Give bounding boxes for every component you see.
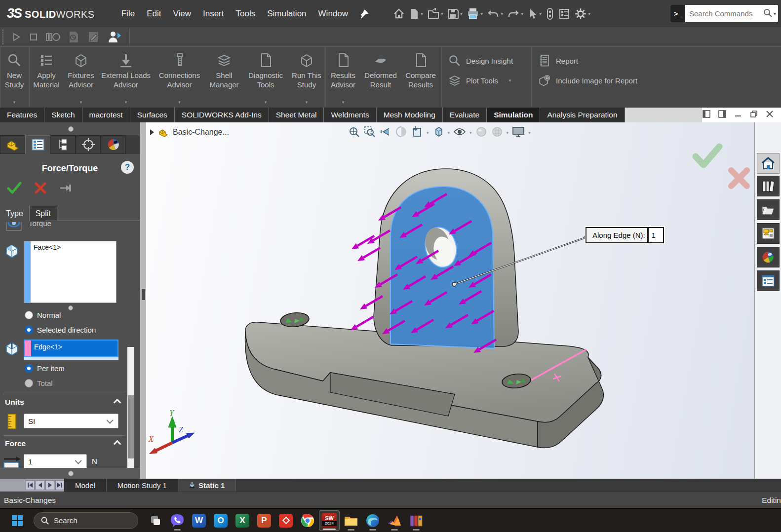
- callout-value-input[interactable]: 1: [647, 227, 664, 243]
- splitter-grip[interactable]: [142, 289, 145, 300]
- tab-static-1[interactable]: Static 1: [178, 479, 236, 492]
- keep-visible-pin-button[interactable]: [59, 183, 73, 195]
- units-section-header[interactable]: Units: [5, 398, 24, 407]
- menu-view[interactable]: View: [167, 5, 197, 23]
- force-section-header[interactable]: Force: [5, 439, 26, 448]
- listbox-resize-handle[interactable]: [68, 305, 73, 310]
- save-button[interactable]: ▾: [446, 6, 464, 22]
- new-document-button[interactable]: ▾: [407, 6, 425, 22]
- next-tab-button[interactable]: [45, 480, 54, 490]
- design-insight-button[interactable]: Design Insight: [447, 53, 526, 68]
- menu-window[interactable]: Window: [312, 5, 354, 23]
- include-image-for-report-button[interactable]: Include Image for Report: [537, 73, 659, 88]
- search-dropdown-caret[interactable]: ▾: [774, 11, 776, 16]
- tab-type[interactable]: Type: [0, 206, 29, 221]
- tab-solidworks-addins[interactable]: SOLIDWORKS Add-Ins: [175, 108, 269, 122]
- tab-model[interactable]: Model: [64, 479, 107, 492]
- graphics-viewport[interactable]: Y X Z Basic-Change...: [146, 122, 754, 479]
- previous-view-icon[interactable]: [379, 125, 392, 140]
- menu-simulation[interactable]: Simulation: [261, 5, 312, 23]
- powerpoint-icon[interactable]: P: [254, 510, 274, 531]
- tab-evaluate[interactable]: Evaluate: [443, 108, 487, 122]
- first-tab-button[interactable]: [26, 480, 35, 490]
- new-macro-icon[interactable]: [67, 30, 80, 44]
- panel-viewport-splitter[interactable]: [140, 122, 146, 479]
- home-button[interactable]: [391, 6, 406, 22]
- diagnostic-tools-button[interactable]: Diagnostic Tools▾: [243, 47, 288, 108]
- redo-button[interactable]: ▾: [506, 6, 525, 22]
- tab-features[interactable]: Features: [0, 108, 44, 122]
- displaymanager-tab-icon[interactable]: [101, 135, 126, 154]
- start-button[interactable]: [7, 510, 28, 531]
- view-orientation-icon[interactable]: [411, 125, 424, 140]
- file-explorer-tab-icon[interactable]: [757, 199, 780, 220]
- taskbar-search[interactable]: Search: [34, 512, 138, 529]
- print-button[interactable]: ▾: [465, 5, 484, 22]
- tab-analysis-preparation[interactable]: Analysis Preparation: [540, 108, 625, 122]
- fixtures-advisor-button[interactable]: Fixtures Advisor▾: [64, 47, 98, 108]
- panel-scrollbar[interactable]: [127, 347, 134, 469]
- results-advisor-button[interactable]: Results Advisor▾: [325, 47, 361, 108]
- winrar-icon[interactable]: [406, 510, 427, 531]
- word-icon[interactable]: W: [189, 510, 209, 531]
- view-settings-icon[interactable]: [511, 125, 525, 140]
- custom-properties-tab-icon[interactable]: [757, 270, 780, 291]
- pane-left-icon[interactable]: [702, 110, 711, 120]
- close-icon[interactable]: [765, 110, 774, 120]
- macro-run-icon[interactable]: [11, 32, 22, 42]
- report-button[interactable]: Report: [537, 53, 659, 68]
- design-library-tab-icon[interactable]: [757, 176, 780, 196]
- selected-direction-radio-row[interactable]: Selected direction: [25, 326, 96, 334]
- pane-right-icon[interactable]: [718, 110, 727, 120]
- ok-check-button[interactable]: [7, 182, 22, 196]
- total-radio-row[interactable]: Total: [25, 379, 53, 387]
- confirm-corner[interactable]: [696, 147, 747, 186]
- new-study-button[interactable]: New Study▾: [0, 47, 29, 108]
- tab-weldments[interactable]: Weldments: [324, 108, 376, 122]
- tab-sketch[interactable]: Sketch: [44, 108, 82, 122]
- featuremanager-tab-icon[interactable]: [0, 135, 25, 154]
- edge-selection-value[interactable]: Edge<1>: [31, 341, 117, 356]
- face-selection-listbox[interactable]: Face<1>: [24, 241, 117, 303]
- per-item-radio-row[interactable]: Per item: [25, 364, 65, 373]
- normal-radio[interactable]: [25, 311, 33, 319]
- matlab-icon[interactable]: [384, 510, 405, 531]
- user-session-icon[interactable]: [107, 30, 121, 44]
- cancel-x-button[interactable]: [35, 182, 46, 196]
- minimize-icon[interactable]: [734, 110, 742, 120]
- zoom-to-area-icon[interactable]: [363, 125, 376, 140]
- apply-material-button[interactable]: Apply Material: [29, 47, 64, 108]
- plot-tools-button[interactable]: Plot Tools▾: [447, 73, 526, 88]
- select-cursor-button[interactable]: ▾: [526, 6, 543, 22]
- force-value-combo[interactable]: 1: [24, 454, 87, 469]
- units-dropdown[interactable]: SI: [24, 414, 118, 428]
- tab-simulation[interactable]: Simulation: [487, 108, 540, 122]
- model-canvas[interactable]: Y X Z: [146, 122, 754, 479]
- macro-pause-icon[interactable]: [45, 32, 60, 42]
- section-view-icon[interactable]: [395, 125, 408, 140]
- red-diamond-app-icon[interactable]: [275, 510, 296, 531]
- selected-direction-radio[interactable]: [25, 326, 33, 334]
- last-tab-button[interactable]: [55, 480, 64, 490]
- touch-mode-button[interactable]: [544, 5, 556, 22]
- view-palette-tab-icon[interactable]: [757, 223, 780, 244]
- total-radio[interactable]: [25, 379, 33, 387]
- face-selection-value[interactable]: Face<1>: [31, 241, 64, 303]
- document-name[interactable]: Basic-Change...: [173, 128, 229, 137]
- panel-bottom-splitter[interactable]: [0, 468, 140, 479]
- tree-expand-icon[interactable]: [150, 129, 154, 135]
- outlook-icon[interactable]: O: [210, 510, 231, 531]
- menu-file[interactable]: File: [116, 5, 141, 23]
- edit-appearance-icon[interactable]: [475, 125, 488, 140]
- edge-icon[interactable]: [362, 510, 383, 531]
- connections-advisor-button[interactable]: Connections Advisor▾: [154, 47, 205, 108]
- toolbar-drag-handle[interactable]: [2, 30, 4, 44]
- normal-radio-row[interactable]: Normal: [25, 311, 61, 319]
- tab-split[interactable]: Split: [29, 206, 57, 221]
- propertymanager-tab-icon[interactable]: [25, 135, 50, 154]
- home-tab-icon[interactable]: [757, 153, 780, 174]
- pin-menu-icon[interactable]: [359, 9, 369, 19]
- edit-macro-icon[interactable]: [87, 30, 100, 44]
- open-document-button[interactable]: ▾: [426, 6, 445, 22]
- menu-insert[interactable]: Insert: [197, 5, 230, 23]
